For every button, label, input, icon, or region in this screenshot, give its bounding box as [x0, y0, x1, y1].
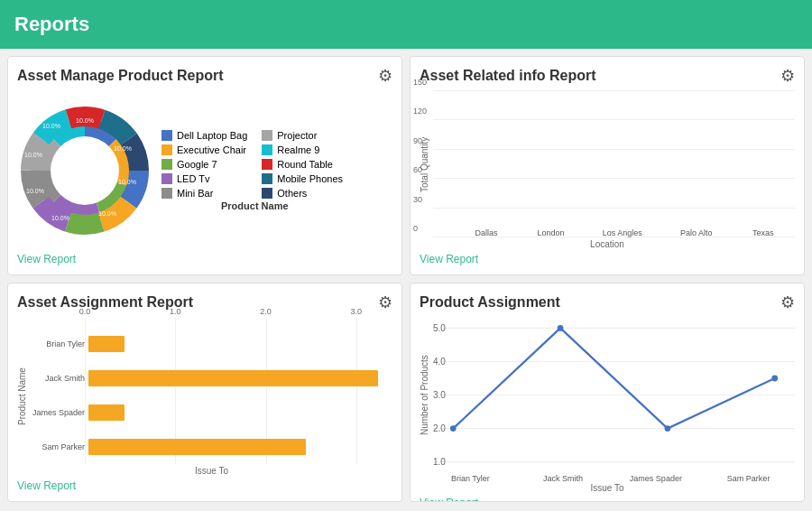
card-header-product-assignment: Product Assignment ⚙: [420, 293, 795, 312]
svg-text:10.0%: 10.0%: [26, 188, 44, 194]
legend-item: Executive Chair: [161, 144, 247, 155]
card-header-asset-manage: Asset Manage Product Report ⚙: [17, 66, 392, 86]
legend-color: [262, 188, 272, 199]
legend-label: Projector: [277, 130, 317, 141]
legend-color: [161, 144, 172, 155]
legend-item: Projector: [262, 130, 347, 141]
legend-color: [262, 159, 272, 170]
legend-color: [262, 144, 272, 155]
svg-point-30: [558, 325, 564, 331]
legend-label: Others: [277, 188, 307, 199]
bar-x-label: Dallas: [475, 228, 498, 237]
line-x-label: James Spader: [610, 474, 703, 483]
x-tick-label: 3.0: [350, 307, 362, 316]
page-title: Reports: [14, 13, 89, 35]
svg-point-29: [450, 425, 457, 432]
view-report-link-related[interactable]: View Report: [420, 253, 795, 265]
x-tick-label: 0.0: [79, 307, 91, 316]
bar-x-label: Palo Alto: [680, 228, 713, 237]
hbar-row: Sam Parker: [31, 439, 392, 455]
legend-item: LED Tv: [161, 173, 247, 184]
hbar-label: James Spader: [31, 408, 85, 417]
view-report-link-product[interactable]: View Report: [420, 497, 795, 502]
legend-item: Mobile Phones: [262, 173, 347, 184]
card-asset-assignment: Asset Assignment Report ⚙ Product Name 0…: [7, 283, 402, 502]
bar-chart-inner-related: 0306090120150DallasLondonLos AnglesPalo …: [433, 91, 795, 237]
hbar-element: [88, 370, 378, 386]
hbar-label: Jack Smith: [31, 374, 85, 383]
svg-point-10: [51, 136, 119, 205]
legend-color: [161, 188, 172, 199]
svg-point-31: [665, 425, 671, 432]
gear-icon-asset-related[interactable]: ⚙: [780, 66, 795, 86]
hbar-row: Brian Tyler: [31, 336, 392, 352]
svg-text:3.0: 3.0: [433, 390, 446, 400]
gear-icon-product-assignment[interactable]: ⚙: [780, 293, 795, 312]
legend-label: Executive Chair: [177, 144, 246, 155]
donut-content: 10.0% 10.0% 10.0% 10.0% 10.0% 10.0% 10.0…: [17, 91, 392, 249]
svg-text:10.0%: 10.0%: [98, 210, 116, 217]
card-title-product-assignment: Product Assignment: [420, 294, 560, 311]
x-tick-label: 1.0: [170, 307, 181, 316]
hbar-element: [88, 336, 125, 352]
hbar-row: James Spader: [31, 404, 392, 421]
y-tick-label: 90: [413, 136, 422, 145]
hbar-element: [88, 439, 306, 455]
svg-text:10.0%: 10.0%: [118, 179, 136, 185]
svg-text:10.0%: 10.0%: [51, 215, 69, 221]
bar-group: Palo Alto: [680, 227, 713, 237]
legend-color: [161, 130, 172, 141]
gear-icon-asset-assignment[interactable]: ⚙: [378, 293, 392, 312]
card-header-asset-related: Asset Related info Report ⚙: [420, 66, 795, 86]
bar-grid-related: 0306090120150DallasLondonLos AnglesPalo …: [433, 91, 795, 237]
bar-group: Texas: [751, 227, 776, 237]
y-tick-label: 30: [413, 195, 422, 204]
hbar-label: Sam Parker: [31, 442, 85, 451]
svg-text:10.0%: 10.0%: [24, 152, 42, 158]
svg-point-32: [771, 376, 778, 382]
card-title-asset-manage: Asset Manage Product Report: [17, 68, 223, 84]
line-chart-wrapper: Number of Products 1.02.03.04.05.0 Brian…: [420, 318, 795, 493]
bar-group: London: [537, 227, 564, 237]
legend-item: Others: [262, 188, 347, 199]
bar-group: Dallas: [474, 227, 499, 237]
line-y-label-product: Number of Products: [420, 318, 429, 472]
line-chart-svg: 1.02.03.04.05.0: [433, 318, 795, 472]
svg-text:10.0%: 10.0%: [76, 117, 94, 124]
x-tick-label: 2.0: [260, 307, 272, 316]
gear-icon-asset-manage[interactable]: ⚙: [378, 66, 392, 86]
legend-color: [161, 173, 172, 184]
product-name-label: Product Name: [161, 200, 348, 211]
svg-text:1.0: 1.0: [433, 457, 446, 467]
view-report-link-asset-manage[interactable]: View Report: [17, 253, 392, 265]
legend-item: Google 7: [161, 159, 247, 170]
svg-text:2.0: 2.0: [433, 423, 446, 433]
legend-area: Dell Laptop BagProjectorExecutive ChairR…: [161, 130, 348, 211]
header: Reports: [0, 0, 812, 49]
hbar-element: [88, 404, 125, 421]
bars-container: DallasLondonLos AnglesPalo AltoTexas: [455, 91, 795, 237]
line-x-label: Sam Parker: [702, 474, 795, 483]
svg-text:10.0%: 10.0%: [42, 123, 60, 129]
hbar-y-label-assignment: Product Name: [17, 318, 27, 476]
bar-x-label: London: [537, 228, 564, 237]
card-asset-related: Asset Related info Report ⚙ Total Quanti…: [410, 56, 805, 275]
legend-label: Mobile Phones: [277, 173, 343, 184]
legend-item: Realme 9: [262, 144, 347, 155]
legend-item: Dell Laptop Bag: [161, 130, 247, 141]
card-asset-manage: Asset Manage Product Report ⚙: [7, 56, 402, 275]
svg-text:10.0%: 10.0%: [114, 145, 132, 152]
legend-label: Mini Bar: [177, 188, 213, 199]
card-title-asset-related: Asset Related info Report: [420, 68, 596, 84]
card-product-assignment: Product Assignment ⚙ Number of Products …: [410, 283, 805, 502]
legend-color: [262, 173, 272, 184]
donut-chart: 10.0% 10.0% 10.0% 10.0% 10.0% 10.0% 10.0…: [17, 103, 152, 238]
hbar-label: Brian Tyler: [31, 339, 85, 348]
line-x-labels-product: Brian TylerJack SmithJames SpaderSam Par…: [420, 474, 795, 483]
hbar-chart-area: Product Name 0.01.02.03.04.0Brian TylerJ…: [17, 318, 392, 476]
y-tick-label: 0: [413, 224, 418, 233]
view-report-link-assignment[interactable]: View Report: [17, 479, 392, 492]
line-x-label: Jack Smith: [517, 474, 610, 483]
y-tick-label: 120: [413, 107, 427, 116]
legend-label: Google 7: [177, 159, 217, 170]
